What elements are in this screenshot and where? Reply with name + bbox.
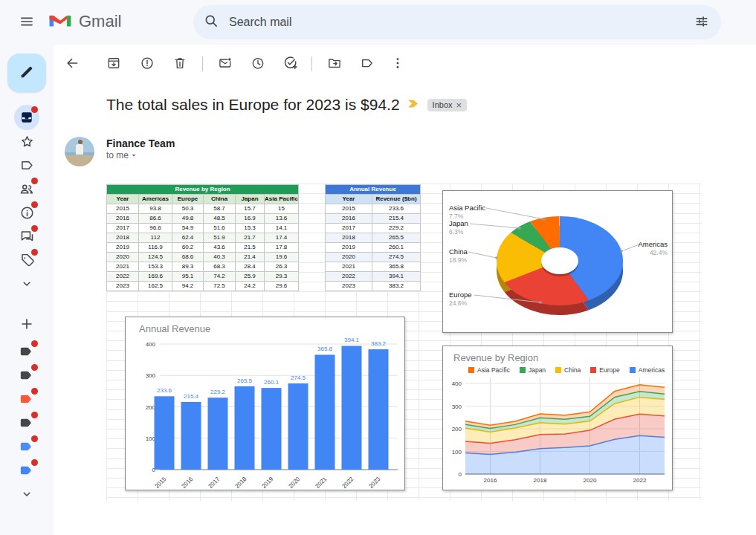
search-input[interactable] (227, 15, 687, 30)
table-cell: 29.6 (265, 282, 299, 291)
table-row: 2016215.4 (326, 214, 421, 224)
table-row: 2017229.2 (326, 224, 421, 233)
search-options-button[interactable] (687, 7, 717, 37)
compose-button[interactable] (7, 54, 46, 92)
table-cell: 19.6 (265, 253, 299, 262)
delete-button[interactable] (169, 53, 191, 75)
area-y-tick: 200 (452, 426, 462, 432)
more-button[interactable] (387, 53, 409, 75)
sidebar-item-user-label-3[interactable] (10, 387, 43, 411)
search-bar[interactable] (193, 5, 721, 39)
gmail-logo[interactable]: Gmail (48, 10, 121, 33)
area-y-tick: 0 (459, 471, 462, 478)
bar (369, 349, 389, 470)
table-cell: 229.2 (372, 224, 421, 233)
pie-chart: Americas42.4%Europe24.6%China18.9%Japan6… (443, 191, 672, 332)
table-cell: 17.8 (265, 243, 299, 253)
delete-icon (172, 56, 187, 73)
importance-marker-icon[interactable] (407, 98, 420, 112)
hamburger-icon (19, 14, 34, 31)
table-cell: 13.6 (265, 214, 299, 224)
table-header-cell: Europe (172, 195, 204, 204)
sheet-table: Annual RevenueYearRevenue ($bn)2015233.6… (325, 184, 421, 291)
sidebar-item-expand-more[interactable] (10, 272, 43, 296)
bar-y-tick: 100 (146, 435, 156, 442)
chevron-down-icon (130, 152, 138, 159)
inbox-label-chip[interactable]: Inbox × (427, 99, 468, 111)
sidebar-item-user-label-2[interactable] (10, 363, 43, 387)
sidebar-item-expand-more[interactable] (10, 482, 43, 506)
search-icon[interactable] (204, 13, 219, 31)
table-cell: 274.5 (372, 253, 421, 262)
snooze-button[interactable] (247, 53, 269, 75)
bar-x-tick: 2017 (207, 476, 221, 490)
mark-unread-button[interactable] (214, 53, 236, 75)
table-cell: 51.9 (204, 233, 236, 243)
recipient-dropdown[interactable]: to me (106, 150, 175, 160)
sidebar-item-info[interactable] (10, 201, 43, 224)
table-cell: 16.9 (236, 214, 265, 224)
table-row: 2022394.1 (326, 272, 421, 282)
sidebar-item-labels[interactable] (10, 153, 43, 177)
notification-dot (31, 340, 38, 347)
sidebar-item-user-label-6[interactable] (10, 458, 43, 482)
bar (262, 388, 282, 470)
bar-x-tick: 2021 (314, 476, 328, 490)
labels-icon (360, 56, 375, 73)
email-subject: The total sales in Europe for 2023 is $9… (106, 96, 400, 114)
table-cell: 153.3 (139, 262, 172, 272)
labels-button[interactable] (356, 53, 378, 75)
sidebar-item-add[interactable] (10, 312, 43, 336)
table-cell: 162.5 (139, 282, 172, 291)
compose-pencil-icon (19, 64, 35, 82)
add-to-tasks-button[interactable] (279, 53, 301, 75)
bar-value-label: 215.4 (184, 393, 199, 400)
pie-slice-percent: 24.6% (449, 299, 468, 307)
table-cell: 95.1 (172, 272, 204, 282)
archive-button[interactable] (103, 53, 125, 75)
toolbar-divider (311, 56, 312, 71)
notification-dot (31, 249, 38, 256)
area-x-tick: 2022 (633, 477, 647, 484)
back-icon (65, 56, 80, 73)
table-title: Annual Revenue (326, 185, 421, 195)
table-header-cell: Japan (236, 195, 265, 204)
area-y-tick: 300 (452, 403, 462, 410)
move-to-button[interactable] (323, 53, 346, 75)
table-cell: 25.9 (236, 272, 265, 282)
table-cell: 14.1 (265, 224, 299, 233)
area-x-tick: 2016 (484, 477, 497, 484)
report-spam-button[interactable] (136, 53, 158, 75)
pie-slice-percent: 6.3% (449, 228, 464, 236)
pie-slice-label: Japan (449, 219, 468, 227)
pie-slice-percent: 42.4% (650, 249, 668, 256)
main-menu-button[interactable] (12, 7, 42, 37)
remove-label-icon[interactable]: × (456, 100, 462, 110)
table-cell: 383.2 (372, 282, 421, 291)
sidebar-item-contacts[interactable] (10, 177, 43, 201)
sidebar-item-tags[interactable] (10, 248, 43, 272)
table-cell: 68.6 (172, 253, 204, 262)
area-x-tick: 2018 (534, 477, 547, 484)
back-button[interactable] (61, 53, 83, 75)
table-cell: 2018 (107, 233, 139, 243)
area-chart-box: Revenue by RegionAsia PacificJapanChinaE… (442, 346, 673, 490)
toolbar-divider (202, 56, 203, 71)
sidebar-item-inbox[interactable] (10, 106, 43, 129)
revenue-by-region-table: Revenue by RegionYearAmericasEuropeChina… (106, 184, 298, 291)
table-row: 2019260.1 (326, 243, 421, 253)
subject-row: The total sales in Europe for 2023 is $9… (106, 96, 467, 114)
bar-value-label: 274.5 (291, 374, 306, 381)
table-row: 2019116.960.243.621.517.8 (107, 243, 299, 253)
sidebar-item-starred[interactable] (10, 129, 43, 153)
sidebar-item-chat[interactable] (10, 224, 43, 248)
table-row: 2023383.2 (326, 282, 421, 291)
sidebar-item-user-label-5[interactable] (10, 435, 43, 458)
table-row: 2021153.389.368.328.426.3 (107, 262, 299, 272)
sidebar-item-user-label-4[interactable] (10, 411, 43, 435)
sender-avatar[interactable] (65, 137, 94, 166)
notification-dot (31, 388, 38, 395)
pie-slice-label: Asia Pacific (449, 204, 485, 212)
sidebar-item-user-label-1[interactable] (10, 340, 43, 363)
table-cell: 2021 (107, 262, 139, 272)
